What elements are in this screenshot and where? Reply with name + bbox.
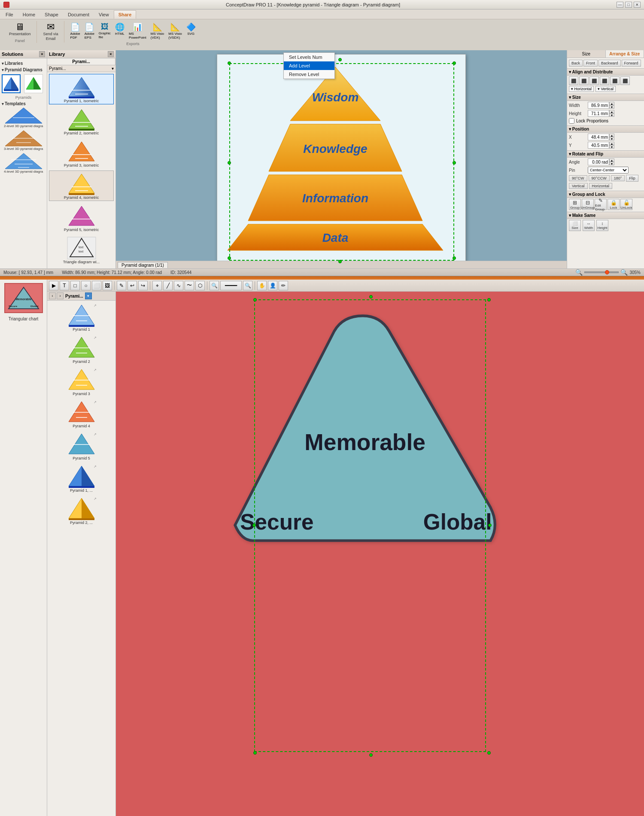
tab-home[interactable]: Home xyxy=(18,10,40,19)
align-left-btn[interactable]: ⬛ xyxy=(569,76,578,85)
handle-bl[interactable] xyxy=(228,256,231,260)
preview-thumb[interactable]: Memorable Secure Global xyxy=(4,283,43,313)
x-down-btn[interactable]: ▼ xyxy=(609,137,614,140)
send-via-email-btn[interactable]: ✉ Send viaEmail xyxy=(41,21,61,43)
lib-nav-next[interactable]: › xyxy=(57,292,64,299)
library-dropdown[interactable]: Pyrami... ▾ xyxy=(47,65,115,72)
tab-share[interactable]: Share xyxy=(114,10,137,19)
height-up-btn[interactable]: ▲ xyxy=(609,110,614,113)
html-btn[interactable]: 🌐 HTML xyxy=(113,21,126,41)
align-center-btn[interactable]: ⬛ xyxy=(579,76,589,85)
bc-handle-mr[interactable] xyxy=(488,524,492,527)
pyramid-thumb-1[interactable] xyxy=(2,74,21,93)
edit-group-btn[interactable]: ✎ Edit Group xyxy=(595,199,607,210)
make-same-height-btn[interactable]: ↕ Height xyxy=(596,220,608,231)
frame-tool-btn[interactable]: ⬜ xyxy=(92,281,101,290)
zoom-slider-btn[interactable]: ━━━━ xyxy=(220,281,242,290)
graphic-file-btn[interactable]: 🖼 Graphicfile xyxy=(97,21,112,41)
oval-tool-btn[interactable]: ○ xyxy=(81,281,91,290)
zoom-out-btn-top[interactable]: 🔍 xyxy=(575,269,583,276)
lib-item-pyramid1-iso[interactable]: Pyramid 1, isometric xyxy=(49,74,114,104)
connect-tool-btn[interactable]: ⌖ xyxy=(152,281,162,290)
zoom-in-btn-top[interactable]: 🔍 xyxy=(620,269,628,276)
ms-ppt-btn[interactable]: 📊 MSPowerPoint xyxy=(127,21,148,41)
pyramid-diagrams-section[interactable]: Pyramid Diagrams xyxy=(2,67,45,73)
zoom-out-tool-btn[interactable]: 🔍 xyxy=(210,281,219,290)
bottom-lib-item-p2[interactable]: ↗ Pyramid 2 xyxy=(49,335,114,365)
image-tool-btn[interactable]: 🖼 xyxy=(103,281,112,290)
ms-visio-vdx-btn[interactable]: 📐 MS Visio(VDX) xyxy=(149,21,166,41)
poly-btn[interactable]: ⬡ xyxy=(195,281,205,290)
backward-btn[interactable]: Backward xyxy=(598,60,621,67)
align-right-btn[interactable]: ⬛ xyxy=(589,76,599,85)
handle-tl[interactable] xyxy=(228,61,231,65)
forward-btn[interactable]: Forward xyxy=(622,60,641,67)
bc-handle-ml[interactable] xyxy=(252,524,256,527)
vertical-flip-btn[interactable]: Vertical xyxy=(569,183,588,189)
lib-item-pyramid5-iso[interactable]: Pyramid 5, isometric xyxy=(49,203,114,233)
right-tab-arrange[interactable]: Arrange & Size xyxy=(606,50,644,58)
context-menu-set-levels[interactable]: Set Levels Num xyxy=(284,53,334,61)
templates-section[interactable]: Templates xyxy=(2,100,45,107)
ms-visio-vsdx-btn[interactable]: 📐 MS Visio(VSDX) xyxy=(167,21,183,41)
redo-btn[interactable]: ↪ xyxy=(138,281,148,290)
context-menu-add-level[interactable]: Add Level xyxy=(284,61,334,70)
adobe-eps-btn[interactable]: 📄 AdobeEPS xyxy=(83,21,96,41)
curve-tool-btn[interactable]: ∿ xyxy=(174,281,183,290)
handle-tr[interactable] xyxy=(453,61,456,65)
canvas-top[interactable]: Set Levels Num Add Level Remove Level xyxy=(116,50,567,268)
bc-handle-tl[interactable] xyxy=(253,298,257,301)
rotate-180-btn[interactable]: 180° xyxy=(611,175,625,181)
context-menu-remove-level[interactable]: Remove Level xyxy=(284,70,334,79)
handle-bc[interactable] xyxy=(338,260,342,263)
hand-tool-btn[interactable]: ✋ xyxy=(257,281,267,290)
bc-handle-tc[interactable] xyxy=(369,295,373,298)
line-tool-btn[interactable]: ╱ xyxy=(163,281,173,290)
handle-ml[interactable] xyxy=(228,161,231,164)
svg-btn[interactable]: 🔷 SVG xyxy=(185,21,197,41)
lib-nav-prev[interactable]: ‹ xyxy=(49,292,56,299)
rotate-90ccw-btn[interactable]: 90°CCW xyxy=(589,175,610,181)
horizontal-dist-btn[interactable]: ▾ Horizontal xyxy=(569,86,594,92)
lock-proportions-checkbox[interactable] xyxy=(569,118,574,124)
vertical-dist-btn[interactable]: ▾ Vertical xyxy=(595,86,616,92)
height-input[interactable] xyxy=(588,110,609,117)
tab-document[interactable]: Document xyxy=(63,10,94,19)
rect-tool-btn[interactable]: □ xyxy=(70,281,80,290)
height-down-btn[interactable]: ▼ xyxy=(609,113,614,117)
make-same-size-btn[interactable]: ⬜ Size xyxy=(569,220,581,231)
x-input[interactable] xyxy=(588,134,609,140)
maximize-btn[interactable]: □ xyxy=(625,2,632,8)
template-item-2[interactable]: 3-level 3D pyramid diagra xyxy=(2,130,45,151)
zoom-track-top[interactable] xyxy=(584,271,619,273)
text-tool-btn[interactable]: T xyxy=(60,281,69,290)
group-btn[interactable]: ⊞ Group xyxy=(569,199,581,210)
undo-btn[interactable]: ↩ xyxy=(128,281,137,290)
pin-select[interactable]: Center-Center xyxy=(588,167,629,174)
bc-handle-br[interactable] xyxy=(487,751,491,755)
width-up-btn[interactable]: ▲ xyxy=(609,102,614,105)
width-down-btn[interactable]: ▼ xyxy=(609,105,614,109)
bottom-canvas-area[interactable]: Memorable Secure Global xyxy=(116,292,644,816)
bc-handle-bl[interactable] xyxy=(253,751,257,755)
tab-file[interactable]: File xyxy=(1,10,18,19)
solutions-close-btn[interactable]: × xyxy=(39,51,45,57)
eyedropper-tool-btn[interactable]: ✏ xyxy=(279,281,288,290)
minimize-btn[interactable]: — xyxy=(617,2,623,8)
angle-input[interactable] xyxy=(588,158,609,165)
bottom-lib-item-p5[interactable]: ↗ Pyramid 5 xyxy=(49,431,114,462)
lib-item-pyramid3-iso[interactable]: Pyramid 3, isometric xyxy=(49,138,114,169)
align-middle-btn[interactable]: ⬛ xyxy=(610,76,620,85)
template-item-3[interactable]: 4-level 3D pyramid diagra xyxy=(2,152,45,174)
lock-btn[interactable]: 🔒 Lock xyxy=(608,199,620,210)
libraries-section[interactable]: Libraries xyxy=(2,60,45,67)
y-up-btn[interactable]: ▲ xyxy=(609,142,614,145)
zoom-in-tool-btn[interactable]: 🔍 xyxy=(243,281,252,290)
lib-item-pyramid4-iso[interactable]: Pyramid 4, isometric xyxy=(49,171,114,201)
library-close-btn[interactable]: × xyxy=(108,51,114,57)
handle-mr[interactable] xyxy=(453,161,456,164)
bottom-lib-item-p2iso[interactable]: ↗ Pyramid 2, ... xyxy=(49,496,114,526)
x-up-btn[interactable]: ▲ xyxy=(609,134,614,137)
handle-tc[interactable] xyxy=(338,58,342,61)
align-top-btn[interactable]: ⬛ xyxy=(600,76,609,85)
